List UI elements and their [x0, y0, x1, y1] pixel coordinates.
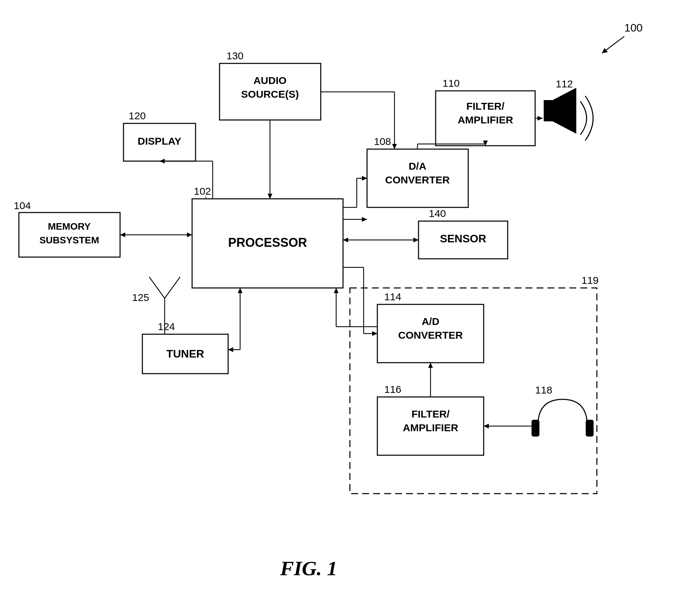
svg-text:FILTER/: FILTER/: [411, 408, 450, 420]
svg-text:AUDIO: AUDIO: [253, 75, 287, 86]
svg-rect-103: [544, 100, 553, 121]
diagram-container: 100 PROCESSOR 102 MEMORY SUBSYSTEM 104 D…: [0, 0, 684, 616]
svg-text:PROCESSOR: PROCESSOR: [228, 235, 307, 250]
svg-text:119: 119: [581, 275, 599, 286]
svg-text:TUNER: TUNER: [166, 348, 204, 360]
svg-text:125: 125: [132, 292, 149, 303]
svg-text:D/A: D/A: [409, 160, 426, 172]
svg-text:116: 116: [384, 384, 401, 395]
svg-rect-126: [532, 420, 539, 436]
svg-text:102: 102: [194, 185, 211, 197]
svg-text:124: 124: [158, 321, 175, 332]
svg-text:AMPLIFIER: AMPLIFIER: [458, 114, 513, 125]
svg-rect-127: [586, 420, 593, 436]
svg-text:112: 112: [556, 78, 573, 89]
svg-text:SENSOR: SENSOR: [440, 232, 486, 245]
svg-text:SUBSYSTEM: SUBSYSTEM: [39, 235, 99, 245]
svg-text:104: 104: [14, 200, 31, 211]
svg-text:AMPLIFIER: AMPLIFIER: [403, 422, 458, 433]
svg-text:DISPLAY: DISPLAY: [138, 135, 181, 147]
svg-text:108: 108: [374, 136, 391, 147]
svg-text:114: 114: [384, 291, 401, 302]
svg-text:110: 110: [443, 77, 460, 89]
svg-text:FILTER/: FILTER/: [466, 100, 505, 112]
svg-text:130: 130: [226, 50, 244, 61]
svg-text:118: 118: [535, 384, 552, 396]
svg-text:SOURCE(S): SOURCE(S): [241, 88, 299, 100]
svg-text:FIG. 1: FIG. 1: [280, 557, 338, 580]
svg-text:120: 120: [129, 110, 146, 121]
svg-text:CONVERTER: CONVERTER: [385, 174, 450, 185]
svg-text:MEMORY: MEMORY: [48, 221, 91, 232]
svg-text:140: 140: [429, 208, 446, 219]
svg-text:CONVERTER: CONVERTER: [398, 329, 463, 341]
svg-text:100: 100: [624, 22, 642, 34]
svg-text:A/D: A/D: [422, 316, 439, 327]
svg-rect-75: [0, 0, 684, 616]
